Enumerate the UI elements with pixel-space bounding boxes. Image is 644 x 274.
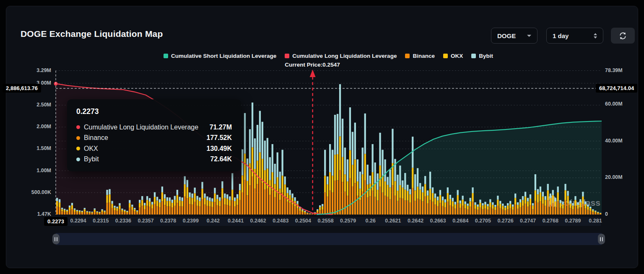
navigator-track[interactable] — [56, 233, 602, 245]
tooltip-series-label: Bybit — [84, 155, 99, 163]
tooltip-series-dot-icon — [76, 125, 80, 129]
tooltip-row: Bybit72.64K — [76, 154, 232, 165]
crosshair-x-badge: 0.2273 — [44, 217, 68, 226]
y-axis-label-right: 40.00M — [605, 138, 643, 144]
x-axis-label: 0.2378 — [160, 218, 176, 224]
tooltip-series-value: 177.52K — [207, 134, 232, 142]
y-axis-label-left: 3.29M — [6, 67, 51, 73]
y-axis-label-left: 500.00K — [6, 189, 51, 195]
tooltip-series-value: 71.27M — [210, 124, 232, 131]
tooltip-series-dot-icon — [76, 136, 80, 140]
x-axis-label: 0.2663 — [430, 218, 446, 224]
tooltip-title: 0.2273 — [76, 107, 232, 116]
y-axis-label-right: 0 — [605, 211, 643, 217]
x-axis-label: 0.2315 — [93, 218, 109, 224]
tooltip-series-dot-icon — [76, 158, 80, 161]
y-axis-label-left: 2.50M — [6, 102, 51, 108]
x-axis-label: 0.2462 — [250, 218, 266, 224]
x-axis-label: 0.2441 — [228, 218, 244, 224]
tooltip-series-label: OKX — [84, 145, 98, 153]
y-axis-label-right: 20.00M — [605, 174, 643, 180]
x-axis-label: 0.281 — [589, 218, 602, 224]
chart-card: DOGE Exchange Liquidation Map DOGE 1 day… — [6, 6, 638, 268]
x-axis-label: 0.2621 — [385, 218, 401, 224]
x-axis-label: 0.2504 — [295, 218, 311, 224]
chart-tooltip: 0.2273 Cumulative Long Liquidation Lever… — [67, 99, 241, 171]
tooltip-series-dot-icon — [76, 147, 80, 150]
x-axis-label: 0.26 — [366, 218, 376, 224]
y-axis-label-left: 1.47K — [6, 211, 51, 217]
navigator-left-handle[interactable] — [52, 234, 60, 244]
x-axis-label: 0.2483 — [273, 218, 288, 224]
x-axis-label: 0.2558 — [317, 218, 333, 224]
x-axis-label: 0.2399 — [183, 218, 199, 224]
x-axis-label: 0.2684 — [452, 218, 468, 224]
y-axis-label-left: 1.00M — [6, 168, 51, 173]
x-axis-label: 0.2768 — [543, 218, 558, 224]
x-axis-label: 0.2579 — [340, 218, 356, 224]
tooltip-row: Cumulative Long Liquidation Leverage71.2… — [76, 122, 232, 133]
crosshair-right-badge: 68,724,714.04 — [596, 84, 637, 93]
navigator-right-handle[interactable] — [598, 234, 605, 244]
y-axis-label-left: 2.00M — [6, 124, 51, 129]
x-axis-label: 0.2336 — [115, 218, 131, 224]
tooltip-row: OKX130.49K — [76, 143, 232, 154]
y-axis-label-right: 60.00M — [605, 101, 643, 107]
x-axis-label: 0.2642 — [408, 218, 423, 224]
tooltip-series-label: Cumulative Long Liquidation Leverage — [84, 124, 198, 131]
x-axis-label: 0.2726 — [497, 218, 513, 224]
tooltip-row: Binance177.52K — [76, 133, 232, 144]
y-axis-label-right: 78.39M — [605, 67, 643, 73]
crosshair-left-badge: 2,886,613.76 — [3, 84, 41, 93]
x-axis-label: 0.2789 — [565, 218, 581, 224]
tooltip-series-label: Binance — [84, 134, 108, 142]
tooltip-series-value: 130.49K — [207, 145, 232, 153]
x-axis-label: 0.242 — [207, 218, 220, 224]
y-axis-label-left: 1.50M — [6, 145, 51, 151]
x-axis-label: 0.2294 — [70, 218, 86, 224]
x-axis-label: 0.2747 — [520, 218, 536, 224]
x-axis-label: 0.2357 — [138, 218, 153, 224]
x-axis-label: 0.2705 — [475, 218, 491, 224]
tooltip-series-value: 72.64K — [210, 155, 232, 163]
